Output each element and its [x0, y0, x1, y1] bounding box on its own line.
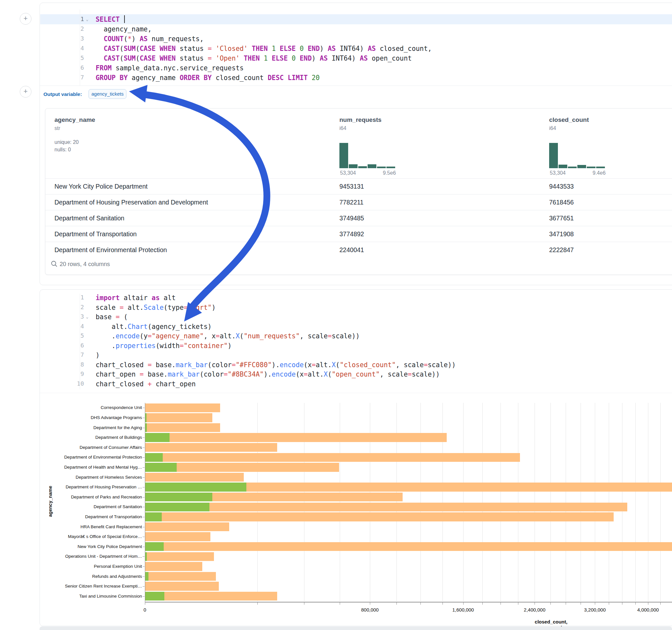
code-token: 0 — [292, 54, 296, 62]
code-token: = — [216, 332, 219, 340]
code-token: mark_bar — [176, 361, 208, 369]
search-icon[interactable] — [51, 260, 58, 267]
code-token: + — [147, 380, 151, 388]
bar-closed-count — [145, 453, 520, 462]
code-token — [308, 74, 312, 82]
code-token: ) — [131, 35, 140, 43]
code-token: encode — [272, 370, 296, 378]
gutter-divider — [80, 294, 80, 389]
bar-closed-count — [145, 512, 614, 522]
y-axis-tick — [143, 428, 145, 428]
code-token: "agency_name" — [152, 332, 203, 340]
y-axis-line — [145, 403, 145, 602]
code-token: ) — [320, 45, 328, 52]
table-row[interactable]: Department of Sanitation37494853677651 — [45, 210, 672, 226]
code-token: = — [116, 313, 120, 321]
code-token: agency_name, — [96, 25, 152, 33]
code-token: base. — [152, 361, 176, 369]
code-token: AS — [360, 54, 368, 62]
code-token: X — [324, 370, 328, 378]
table-row[interactable]: Department of Housing Preservation and D… — [45, 194, 672, 210]
y-axis-label: Department of Buildings — [39, 435, 142, 440]
code-token: agency_name — [128, 74, 179, 82]
bar-open-count — [145, 492, 212, 502]
sql-code-editor[interactable]: 1⌄SELECT 2 agency_name,3 COUNT(*) AS num… — [40, 3, 672, 86]
code-token: = — [140, 370, 144, 378]
y-axis-tick — [143, 527, 145, 527]
code-token: END — [308, 45, 320, 52]
num-requests-histogram — [339, 143, 397, 168]
code-token: ELSE — [272, 54, 288, 62]
code-token: ( — [328, 370, 332, 378]
python-code-editor[interactable]: 1import altair as alt2scale = alt.Scale(… — [40, 290, 672, 392]
x-axis-tick — [397, 602, 397, 605]
code-token: properties — [116, 342, 155, 350]
hist-bar — [587, 167, 596, 168]
code-token: closed_count — [212, 74, 268, 82]
table-row[interactable]: New York City Police Department945313194… — [45, 178, 672, 194]
output-variable-row: Output variable: agency_tickets — [40, 86, 672, 104]
x-axis-tick — [145, 602, 145, 605]
code-token: = — [184, 304, 188, 311]
code-token: alt. — [220, 332, 236, 340]
code-text: GROUP BY agency_name ORDER BY closed_cou… — [96, 74, 320, 82]
y-axis-label: Refunds and Adjustments — [39, 574, 142, 579]
bar-closed-count — [145, 523, 229, 532]
y-axis-tick — [143, 408, 145, 408]
output-variable-pill[interactable]: agency_tickets — [89, 89, 126, 99]
add-block-button[interactable]: + — [20, 13, 31, 25]
table-cell: Department of Environmental Protection — [54, 246, 167, 254]
code-token: SUM — [123, 54, 136, 62]
code-token: (width — [155, 342, 179, 350]
column-meta-unique: unique: 20 — [54, 138, 95, 146]
code-token: ) — [96, 351, 99, 359]
column-header-closed-count[interactable]: closed_count i64 53,304 9.4e6 — [549, 116, 589, 131]
code-token — [248, 45, 251, 52]
code-token: = — [232, 361, 236, 369]
code-token: base. — [144, 370, 168, 378]
row-count-label: 20 rows, 4 columns — [59, 261, 110, 268]
y-axis-title: agency_name — [48, 484, 53, 519]
fold-chevron-icon[interactable]: ⌄ — [86, 17, 89, 22]
column-header-agency-name[interactable]: agency_name str unique: 20 nulls: 0 — [54, 116, 95, 153]
line-number: 5 — [68, 332, 84, 339]
line-number: 5 — [68, 54, 84, 61]
code-token: = — [208, 45, 212, 52]
code-token: "sqrt" — [188, 304, 212, 311]
bar-closed-count — [145, 404, 220, 413]
code-token — [120, 16, 123, 23]
x-axis-tick-label: 3,200,000 — [584, 607, 606, 612]
code-text: CAST(SUM(CASE WHEN status = 'Open' THEN … — [96, 54, 412, 62]
y-axis-tick — [143, 517, 145, 517]
bar-open-count — [145, 592, 164, 601]
y-axis-label: Department for the Aging — [39, 425, 142, 430]
active-line-highlight — [40, 14, 672, 24]
fold-chevron-icon[interactable]: ⌄ — [86, 314, 89, 319]
table-cell: 3471908 — [549, 231, 574, 238]
code-token — [284, 74, 288, 82]
code-token: encode — [280, 361, 304, 369]
x-axis-tick — [340, 602, 340, 605]
code-token: = — [120, 304, 123, 311]
table-row[interactable]: Department of Transportation377489234719… — [45, 226, 672, 242]
code-token: THEN — [251, 45, 267, 52]
table-body: New York City Police Department945313194… — [45, 178, 672, 258]
code-token: chart_closed — [96, 380, 147, 388]
code-token: , scale — [380, 370, 407, 378]
hist-bar — [549, 143, 558, 168]
code-token: 0 — [300, 45, 304, 52]
code-token: closed_count, — [376, 45, 432, 52]
code-token: ( — [136, 45, 139, 52]
code-token: SELECT — [96, 16, 120, 23]
bar-open-count — [145, 542, 164, 551]
hist-min-label: 53,304 — [550, 170, 566, 176]
code-token: . — [96, 342, 116, 350]
column-header-num-requests[interactable]: num_requests i64 53,304 9.5e6 — [339, 116, 382, 131]
code-token: . — [96, 332, 116, 340]
table-cell: 3677651 — [549, 215, 574, 222]
add-block-button[interactable]: + — [20, 86, 31, 98]
code-text: alt.Chart(agency_tickets) — [96, 323, 212, 331]
code-text: CAST(SUM(CASE WHEN status = 'Closed' THE… — [96, 45, 432, 52]
x-axis-tick — [581, 602, 581, 605]
code-token: "num_requests" — [244, 332, 300, 340]
